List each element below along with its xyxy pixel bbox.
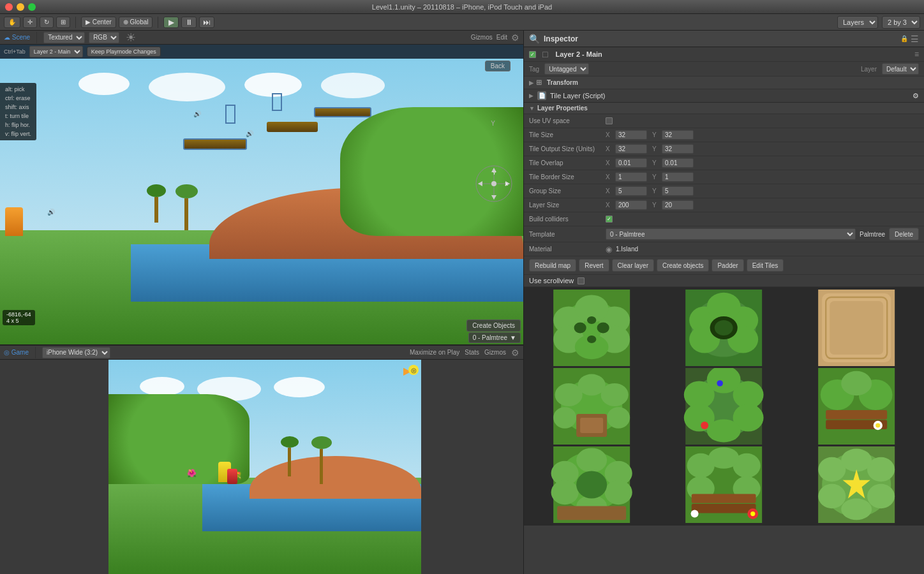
tile-border-y-input[interactable]: [662, 172, 694, 182]
window-controls[interactable]: [5, 3, 36, 11]
play-button[interactable]: ▶: [163, 17, 179, 28]
inspector-panel: 🔍 Inspector 🔒 ☰ □ Layer 2 - Main ≡ Tag: [523, 31, 924, 574]
template-select[interactable]: 0 - Palmtree: [606, 228, 856, 240]
scene-canvas[interactable]: Ctrl+Tab Layer 2 - Main Keep Playmode Ch…: [0, 45, 523, 344]
tile-overlap-x-input[interactable]: [615, 158, 647, 168]
svg-point-42: [607, 407, 630, 429]
edit-tiles-button[interactable]: Edit Tiles: [747, 259, 784, 272]
layer-name: Layer 2 - Main: [555, 50, 911, 58]
tile-size-y-input[interactable]: [662, 130, 694, 140]
script-component-header[interactable]: ▶ 📄 Tile Layer (Script) ⚙: [524, 89, 924, 103]
tile-output-y-input[interactable]: [662, 144, 694, 154]
create-objects-button[interactable]: Create objects: [657, 259, 709, 272]
layer-active-checkbox[interactable]: [529, 51, 536, 58]
use-uv-checkbox[interactable]: [606, 117, 613, 124]
h-flip-hor-tool[interactable]: h: flip hor.: [3, 121, 34, 129]
tile-output-x-input[interactable]: [615, 144, 647, 154]
keep-playmode-button[interactable]: Keep Playmode Changes: [87, 47, 161, 57]
material-icon: ◉: [606, 245, 612, 254]
hand-tool-button[interactable]: ✋: [4, 17, 20, 28]
layer-size-x-input[interactable]: [615, 200, 647, 210]
rebuild-map-button[interactable]: Rebuild map: [529, 259, 576, 272]
move-tool-button[interactable]: ✛: [23, 17, 37, 28]
tile-palette[interactable]: [524, 287, 924, 526]
pause-button[interactable]: ⏸: [181, 17, 197, 28]
side-tools: alt: pick ctrl: erase shift: axis t: tur…: [0, 83, 36, 140]
tile-6[interactable]: [526, 446, 657, 523]
use-uv-label: Use UV space: [529, 117, 606, 124]
left-panel: ☁ Scene Textured RGB ☀ Gizmos Edit ⚙: [0, 31, 523, 574]
t-turn-tile-tool[interactable]: t: turn tile: [3, 112, 34, 120]
transform-header[interactable]: ▶ ⊞ Transform: [524, 77, 924, 89]
inspector-lock-icon[interactable]: 🔒: [900, 35, 908, 42]
tag-select[interactable]: Untagged: [544, 63, 589, 75]
inspector-expand-icon[interactable]: ≡: [914, 50, 919, 59]
rgb-select[interactable]: RGB: [89, 32, 119, 43]
maximize-on-play[interactable]: Maximize on Play: [410, 349, 459, 356]
svg-point-62: [876, 423, 880, 427]
ctrl-erase-tool[interactable]: ctrl: erase: [3, 94, 34, 102]
maximize-button[interactable]: [28, 3, 36, 11]
shift-axis-tool[interactable]: shift: axis: [3, 103, 34, 111]
close-button[interactable]: [5, 3, 13, 11]
group-size-x-input[interactable]: [615, 186, 647, 196]
scene-mode-select[interactable]: Textured: [43, 32, 85, 43]
tile-3[interactable]: [526, 368, 657, 445]
layout-dropdown[interactable]: 2 by 3: [882, 16, 920, 29]
tile-5[interactable]: [791, 368, 921, 445]
group-size-y-field: Y: [652, 186, 694, 196]
clouds: [78, 73, 385, 101]
script-menu[interactable]: ⚙: [913, 92, 919, 100]
alt-pick-tool[interactable]: alt: pick: [3, 85, 34, 93]
global-button[interactable]: ⊕ Global: [119, 17, 153, 28]
palmtree-dropdown[interactable]: 0 - Palmtree ▼: [468, 332, 521, 343]
game-gizmos-label[interactable]: Gizmos: [484, 349, 506, 356]
group-size-y-input[interactable]: [662, 186, 694, 196]
delete-template-button[interactable]: Delete: [889, 228, 919, 240]
inspector-menu-icon[interactable]: ☰: [911, 34, 919, 44]
scene-coordinates: -6816,-64 4 x 5: [3, 310, 35, 325]
resolution-select[interactable]: iPhone Wide (3:2): [42, 347, 110, 358]
svg-point-68: [551, 480, 579, 504]
layer-size-y-input[interactable]: [662, 200, 694, 210]
tile-border-row: Tile Border Size X Y: [524, 170, 924, 184]
layer-properties-header[interactable]: ▼ Layer Properties: [524, 103, 924, 114]
center-button[interactable]: ▶ Center: [81, 17, 116, 28]
padder-button[interactable]: Padder: [712, 259, 743, 272]
layer-label: Layer: [861, 66, 877, 73]
scale-tool-button[interactable]: ⊞: [56, 17, 70, 28]
tile-0[interactable]: [526, 290, 657, 366]
tile-4[interactable]: [659, 368, 789, 445]
layer-select-dropdown[interactable]: Layer 2 - Main: [29, 46, 83, 57]
tile-size-x-input[interactable]: [615, 130, 647, 140]
tile-2[interactable]: [791, 290, 921, 366]
scene-tab[interactable]: ☁ Scene: [4, 34, 30, 41]
v-flip-vert-tool[interactable]: v: flip vert.: [3, 130, 34, 138]
minimize-button[interactable]: [17, 3, 24, 11]
stats-button[interactable]: Stats: [465, 349, 479, 356]
svg-point-89: [818, 484, 846, 508]
tile-border-x-input[interactable]: [615, 172, 647, 182]
game-settings-icon[interactable]: ⚙: [511, 348, 519, 358]
scene-settings-icon[interactable]: ⚙: [511, 33, 519, 43]
build-colliders-checkbox[interactable]: [606, 216, 613, 223]
clear-layer-button[interactable]: Clear layer: [612, 259, 654, 272]
create-objects-overlay-button[interactable]: Create Objects: [466, 320, 521, 332]
tile-y-label: Y: [652, 131, 660, 138]
back-button[interactable]: Back: [485, 61, 510, 71]
tile-overlap-y-input[interactable]: [662, 158, 694, 168]
revert-button[interactable]: Revert: [579, 259, 609, 272]
layer-default-select[interactable]: Default: [882, 63, 919, 75]
rotate-tool-button[interactable]: ↻: [40, 17, 54, 28]
edit-label[interactable]: Edit: [496, 34, 507, 41]
use-scrollview-checkbox[interactable]: [578, 277, 585, 284]
tile-1[interactable]: [659, 290, 789, 366]
step-button[interactable]: ⏭: [199, 17, 214, 28]
scene-light-icon[interactable]: ☀: [126, 31, 136, 45]
tile-7[interactable]: [659, 446, 789, 523]
tile-8[interactable]: [791, 446, 921, 523]
game-toolbar: ◎ Game iPhone Wide (3:2) Maximize on Pla…: [0, 346, 523, 360]
game-tab[interactable]: ◎ Game: [4, 349, 29, 356]
layers-dropdown[interactable]: Layers: [837, 16, 878, 29]
selection-box2: [272, 93, 282, 111]
